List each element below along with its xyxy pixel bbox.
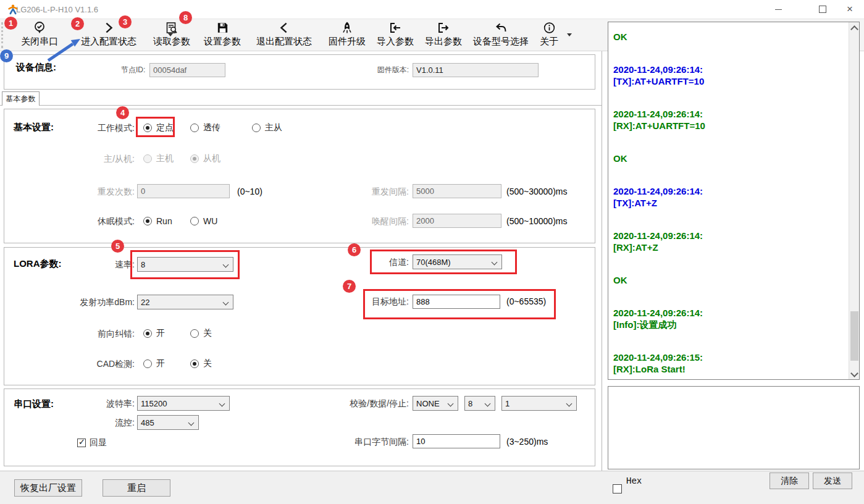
scroll-up-icon[interactable] xyxy=(850,25,858,33)
flow-label: 流控: xyxy=(37,418,135,429)
target-addr-field[interactable]: 888 xyxy=(413,295,500,309)
clear-label: 清除 xyxy=(781,476,798,487)
step-badge-3: 3 xyxy=(119,15,132,28)
flow-value: 485 xyxy=(141,418,154,427)
log-panel[interactable]: OK 2020-11-24,09:26:14:[TX]:AT+UARTFT=10… xyxy=(608,22,860,380)
resend-interval-hint: (500~30000)ms xyxy=(506,187,567,196)
baud-select[interactable]: 115200 xyxy=(137,396,230,411)
toolbar-exit-config-button[interactable]: 退出配置状态 xyxy=(247,20,321,48)
toolbar-model-select-button[interactable]: 设备型号选择 xyxy=(468,20,534,48)
rate-label: 速率: xyxy=(37,259,135,271)
toolbar-export-params-button[interactable]: 导出参数 xyxy=(420,20,467,48)
resend-count-field: 0 xyxy=(137,184,230,198)
fec-radio-off[interactable]: 关 xyxy=(190,328,212,339)
toolbar-model-select-label: 设备型号选择 xyxy=(473,36,529,48)
byte-interval-hint: (3~250)ms xyxy=(506,437,548,447)
tx-power-label: 发射功率dBm: xyxy=(37,297,135,308)
toolbar-import-params-button[interactable]: 导入参数 xyxy=(372,20,419,48)
stop-bits-select[interactable]: 1 xyxy=(501,396,577,411)
node-id-value: 00054daf xyxy=(153,65,187,75)
resend-count-value: 0 xyxy=(141,187,145,196)
export-icon xyxy=(436,20,451,35)
rate-select[interactable]: 8 xyxy=(137,257,233,272)
wake-interval-value: 2000 xyxy=(416,216,434,225)
byte-interval-field[interactable]: 10 xyxy=(413,434,500,448)
fec-off-label: 关 xyxy=(203,328,212,339)
log-text: OK 2020-11-24,09:26:14:[TX]:AT+UARTFT=10… xyxy=(613,31,836,380)
log-entry: OK xyxy=(613,31,836,43)
tx-power-select[interactable]: 22 xyxy=(137,295,233,309)
sleep-mode-radio-run[interactable]: Run xyxy=(143,216,172,227)
firmware-label: 固件版本: xyxy=(346,65,409,75)
parity-select[interactable]: NONE xyxy=(413,396,458,411)
log-entry: 2020-11-24,09:26:14:[RX]:AT+Z xyxy=(613,230,836,253)
send-input[interactable] xyxy=(608,386,860,469)
flow-select[interactable]: 485 xyxy=(137,415,199,430)
toolbar-read-params-button[interactable]: 读取参数 xyxy=(148,20,195,48)
radio-circle xyxy=(190,124,199,132)
step-badge-1: 1 xyxy=(4,17,17,30)
sleep-mode-radio-wu[interactable]: WU xyxy=(190,216,217,227)
target-addr-value: 888 xyxy=(416,297,430,306)
step-badge-2: 2 xyxy=(71,17,84,30)
log-entry: OK xyxy=(613,153,836,164)
toolbar-firmware-upgrade-label: 固件升级 xyxy=(329,36,366,48)
step-badge-8: 8 xyxy=(179,11,192,24)
reboot-button[interactable]: 重启 xyxy=(103,479,170,497)
minimize-button[interactable] xyxy=(764,0,792,19)
channel-label: 信道: xyxy=(296,257,409,268)
firmware-field: V1.0.11 xyxy=(413,63,539,77)
cad-on-label: 开 xyxy=(156,358,165,369)
fec-radio-on[interactable]: 开 xyxy=(143,328,165,339)
hex-label: Hex xyxy=(626,476,642,485)
data-bits-value: 8 xyxy=(468,399,472,408)
about-dropdown-caret[interactable] xyxy=(567,33,572,36)
work-mode-radio-fixed[interactable]: 定点 xyxy=(143,122,174,133)
radio-circle xyxy=(143,124,152,132)
work-mode-fixed-label: 定点 xyxy=(156,122,174,133)
hex-checkbox[interactable] xyxy=(613,484,622,494)
cad-radio-on[interactable]: 开 xyxy=(143,358,165,369)
slave-radio: 从机 xyxy=(190,153,220,164)
log-scrollbar[interactable] xyxy=(849,22,859,379)
maximize-button[interactable] xyxy=(808,0,837,19)
work-mode-radio-transparent[interactable]: 透传 xyxy=(190,122,220,133)
cad-radio-off[interactable]: 关 xyxy=(190,358,212,369)
reboot-label: 重启 xyxy=(127,482,146,494)
echo-label: 回显 xyxy=(90,437,107,448)
step-badge-9: 9 xyxy=(0,49,13,62)
log-entry: 2020-11-24,09:26:15:[RX]:LoRa Start! xyxy=(613,351,836,375)
data-bits-select[interactable]: 8 xyxy=(464,396,495,411)
restore-factory-button[interactable]: 恢复出厂设置 xyxy=(14,479,82,497)
log-scrollbar-thumb[interactable] xyxy=(850,311,858,361)
sleep-mode-wu-label: WU xyxy=(203,216,217,226)
resend-interval-value: 5000 xyxy=(416,187,434,196)
port-check-icon xyxy=(32,20,47,35)
byte-interval-label: 串口字节间隔: xyxy=(296,437,409,448)
radio-circle xyxy=(190,359,199,368)
tx-power-value: 22 xyxy=(141,298,149,307)
channel-select[interactable]: 70(468M) xyxy=(413,254,502,269)
slave-label: 从机 xyxy=(203,153,220,164)
send-button[interactable]: 发送 xyxy=(813,472,852,489)
target-addr-label: 目标地址: xyxy=(296,296,409,308)
resend-interval-label: 重发间隔: xyxy=(296,187,409,198)
master-radio: 主机 xyxy=(143,153,174,164)
toolbar-firmware-upgrade-button[interactable]: 固件升级 xyxy=(324,20,371,48)
byte-interval-value: 10 xyxy=(416,437,425,446)
close-button[interactable]: × xyxy=(836,0,864,19)
toolbar-set-params-label: 设置参数 xyxy=(204,36,241,48)
toolbar-set-params-button[interactable]: 设置参数 xyxy=(199,20,246,48)
baud-label: 波特率: xyxy=(37,398,135,410)
toolbar-about-button[interactable]: 关于 xyxy=(535,20,563,48)
resend-interval-field: 5000 xyxy=(413,184,501,198)
clear-button[interactable]: 清除 xyxy=(770,472,809,489)
tab-basic-params[interactable]: 基本参数 xyxy=(2,91,40,106)
rate-value: 8 xyxy=(141,260,145,269)
work-mode-radio-master-slave[interactable]: 主从 xyxy=(252,122,282,133)
echo-checkbox[interactable] xyxy=(77,439,86,447)
step-badge-6: 6 xyxy=(348,243,361,256)
channel-value: 70(468M) xyxy=(416,258,451,267)
work-mode-master-slave-label: 主从 xyxy=(265,122,282,133)
scroll-down-icon[interactable] xyxy=(850,369,858,377)
